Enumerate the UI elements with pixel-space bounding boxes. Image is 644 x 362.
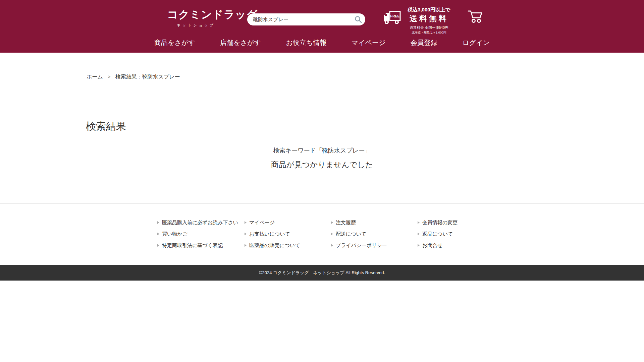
site-logo[interactable]: コクミンドラッグ ネットショップ bbox=[167, 7, 225, 28]
logo-subtext: ネットショップ bbox=[167, 23, 225, 28]
shipping-promo: FREE 税込3,000円以上で 送料無料 通常料金 全国一律540円 北海道・… bbox=[382, 7, 454, 35]
nav-item-mypage[interactable]: マイページ bbox=[352, 38, 386, 47]
nav-item-products[interactable]: 商品をさがす bbox=[154, 38, 195, 47]
footer-link-label: 配送について bbox=[336, 231, 366, 237]
nav-item-stores[interactable]: 店舗をさがす bbox=[220, 38, 261, 47]
footer-link-label: 返品について bbox=[422, 231, 453, 237]
footer-link-label: お問合せ bbox=[422, 242, 443, 249]
search-bar bbox=[247, 13, 365, 25]
free-shipping-truck-icon: FREE bbox=[382, 9, 401, 26]
footer-link-tokushoho[interactable]: 特定商取引法に基づく表記 bbox=[157, 242, 245, 249]
breadcrumb-current: 検索結果：靴防水スプレー bbox=[115, 74, 180, 79]
arrow-icon bbox=[418, 233, 420, 235]
footer-link-medicine-sales[interactable]: 医薬品の販売について bbox=[245, 242, 331, 249]
arrow-icon bbox=[418, 221, 420, 224]
footer-link-label: お支払いについて bbox=[249, 231, 290, 237]
footer-link-shopping-cart[interactable]: 買い物かご bbox=[157, 231, 245, 237]
logo-text: コクミンドラッグ bbox=[167, 7, 225, 22]
arrow-icon bbox=[245, 221, 247, 224]
arrow-icon bbox=[331, 233, 333, 235]
arrow-icon bbox=[245, 233, 247, 235]
nav-item-register[interactable]: 会員登録 bbox=[411, 38, 437, 47]
footer-link-returns[interactable]: 返品について bbox=[418, 231, 498, 237]
arrow-icon bbox=[245, 244, 247, 247]
arrow-icon bbox=[157, 221, 159, 224]
footer-link-label: 医薬品購入前に必ずお読み下さい bbox=[162, 220, 238, 226]
arrow-icon bbox=[418, 244, 420, 247]
footer-link-privacy-policy[interactable]: プライバシーポリシー bbox=[331, 242, 418, 249]
main-nav: 商品をさがす 店舗をさがす お役立ち情報 マイページ 会員登録 ログイン bbox=[154, 38, 490, 47]
arrow-icon bbox=[157, 244, 159, 247]
breadcrumb-separator: > bbox=[108, 74, 110, 79]
shipping-text: 税込3,000円以上で 送料無料 通常料金 全国一律540円 北海道・離島は＋1… bbox=[404, 7, 454, 35]
nav-item-useful-info[interactable]: お役立ち情報 bbox=[286, 38, 326, 47]
page-title: 検索結果 bbox=[86, 120, 126, 133]
copyright-bar: ©2024 コクミンドラッグ ネットショップ All Rights Reserv… bbox=[0, 265, 644, 281]
footer-link-order-history[interactable]: 注文履歴 bbox=[331, 220, 418, 226]
footer-link-label: 特定商取引法に基づく表記 bbox=[162, 242, 223, 249]
footer-link-label: マイページ bbox=[249, 220, 275, 226]
search-button[interactable] bbox=[354, 15, 363, 23]
arrow-icon bbox=[331, 221, 333, 224]
search-icon bbox=[354, 15, 362, 23]
footer-link-delivery[interactable]: 配送について bbox=[331, 231, 418, 237]
arrow-icon bbox=[331, 244, 333, 247]
copyright-text: ©2024 コクミンドラッグ ネットショップ All Rights Reserv… bbox=[259, 270, 385, 276]
search-keyword-text: 検索キーワード「靴防水スプレー」 bbox=[0, 146, 644, 155]
no-results-message: 商品が見つかりませんでした bbox=[0, 160, 644, 170]
free-shipping-label: 送料無料 bbox=[404, 13, 454, 24]
shipping-fee-note: 通常料金 全国一律540円 bbox=[404, 25, 454, 30]
shipping-threshold: 税込3,000円以上で bbox=[404, 7, 454, 13]
footer-link-label: 医薬品の販売について bbox=[249, 242, 300, 249]
free-label: FREE bbox=[390, 14, 399, 18]
footer-link-label: 買い物かご bbox=[162, 231, 187, 237]
footer-link-label: 会員情報の変更 bbox=[422, 220, 458, 226]
footer-link-member-info-change[interactable]: 会員情報の変更 bbox=[418, 220, 498, 226]
breadcrumb-home-link[interactable]: ホーム bbox=[87, 74, 103, 79]
shipping-region-note: 北海道・離島は＋1,000円 bbox=[404, 31, 454, 35]
footer-links: 医薬品購入前に必ずお読み下さい マイページ 注文履歴 会員情報の変更 買い物かご… bbox=[157, 217, 498, 251]
arrow-icon bbox=[157, 233, 159, 235]
site-footer: 医薬品購入前に必ずお読み下さい マイページ 注文履歴 会員情報の変更 買い物かご… bbox=[0, 203, 644, 265]
cart-icon bbox=[467, 9, 483, 24]
nav-item-login[interactable]: ログイン bbox=[462, 38, 490, 47]
footer-link-contact[interactable]: お問合せ bbox=[418, 242, 498, 249]
search-input[interactable] bbox=[247, 13, 348, 25]
breadcrumb: ホーム > 検索結果：靴防水スプレー bbox=[87, 73, 180, 80]
page: コクミンドラッグ ネットショップ FREE bbox=[0, 0, 644, 362]
cart-button[interactable] bbox=[467, 9, 483, 25]
footer-link-label: 注文履歴 bbox=[336, 220, 356, 226]
site-header: コクミンドラッグ ネットショップ FREE bbox=[0, 0, 644, 53]
footer-link-medicine-notice[interactable]: 医薬品購入前に必ずお読み下さい bbox=[157, 220, 245, 226]
footer-link-mypage[interactable]: マイページ bbox=[245, 220, 331, 226]
footer-link-payment[interactable]: お支払いについて bbox=[245, 231, 331, 237]
footer-link-label: プライバシーポリシー bbox=[336, 242, 387, 249]
